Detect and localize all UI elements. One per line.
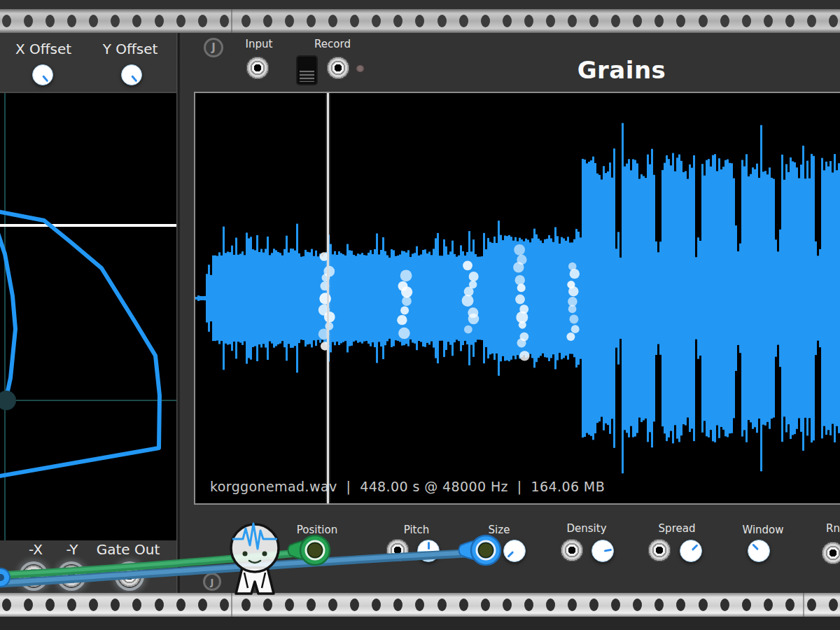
density-knob[interactable]: [592, 540, 614, 562]
rail-hole: [611, 15, 620, 27]
y-offset-knob[interactable]: [121, 64, 142, 85]
size-knob[interactable]: [503, 540, 526, 562]
input-jack[interactable]: [246, 56, 270, 80]
rail-hole: [633, 598, 642, 611]
rail-hole: [111, 598, 120, 611]
brand-badge-top: J: [204, 38, 223, 57]
rail-joint: [231, 9, 232, 33]
rail-hole: [481, 598, 490, 611]
rail-hole: [742, 598, 751, 611]
rail-hole: [2, 15, 11, 27]
rail-hole: [328, 598, 337, 611]
rail-hole: [546, 15, 555, 27]
rail-hole: [393, 598, 402, 611]
rail-hole: [589, 15, 598, 27]
rail-hole: [241, 15, 251, 27]
rail-hole: [285, 598, 294, 611]
neg-x-label: -X: [29, 541, 43, 558]
rail-hole: [568, 15, 577, 27]
rail-hole: [807, 598, 816, 611]
rail-hole: [220, 15, 229, 27]
rail-hole: [699, 15, 708, 27]
rail-hole: [785, 15, 794, 27]
rail-hole: [176, 598, 186, 611]
rnd-jack[interactable]: [821, 541, 840, 565]
size-jack[interactable]: [474, 538, 498, 562]
rail-hole: [633, 15, 642, 27]
rail-hole: [393, 15, 402, 27]
module-title: Grains: [578, 56, 666, 84]
rail-hole: [676, 598, 685, 611]
rail-hole: [155, 15, 164, 27]
input-label: Input: [246, 38, 273, 50]
rail-hole: [220, 598, 229, 611]
rail-hole: [764, 598, 773, 611]
rail-hole: [438, 15, 447, 27]
rail-hole: [372, 598, 381, 611]
rail-joint: [231, 593, 232, 617]
rail-hole: [654, 598, 664, 611]
rail-hole: [415, 598, 424, 611]
pitch-jack[interactable]: [386, 538, 410, 562]
rail-hole: [524, 598, 533, 611]
rail-hole: [198, 15, 207, 27]
rail-hole: [263, 15, 272, 27]
rack-rail-bottom: [0, 593, 840, 617]
rail-hole: [89, 15, 98, 27]
record-switch-handle: [300, 71, 314, 82]
rail-hole: [2, 598, 11, 611]
rail-hole: [132, 15, 141, 27]
rail-hole: [676, 15, 685, 27]
rail-hole: [438, 598, 447, 611]
rail-hole: [24, 15, 33, 27]
rnd-label: Rn: [826, 522, 840, 535]
x-offset-knob[interactable]: [32, 64, 53, 85]
record-jack[interactable]: [326, 56, 350, 80]
rail-hole: [67, 598, 76, 611]
pitch-label: Pitch: [404, 524, 430, 536]
rail-hole: [67, 15, 76, 27]
rail-hole: [829, 15, 838, 27]
record-led: [356, 64, 365, 73]
gate-out-jack[interactable]: [118, 564, 141, 588]
spread-jack[interactable]: [648, 538, 671, 562]
rail-hole: [807, 15, 816, 27]
rail-hole: [829, 598, 838, 611]
neg-x-output-jack[interactable]: [22, 564, 46, 588]
neg-y-output-jack[interactable]: [59, 564, 83, 588]
playhead-cursor[interactable]: [327, 93, 329, 503]
rail-hole: [459, 15, 468, 27]
rail-hole: [785, 598, 794, 611]
gate-out-label: Gate Out: [97, 541, 160, 558]
record-switch[interactable]: [296, 55, 318, 85]
size-label: Size: [489, 524, 510, 536]
pitch-knob[interactable]: [417, 540, 440, 562]
rail-hole: [524, 15, 533, 27]
rail-hole: [568, 598, 577, 611]
rail-hole: [198, 598, 207, 611]
rail-hole: [720, 15, 729, 27]
rail-hole: [764, 15, 773, 27]
rail-joint: [803, 593, 804, 617]
rail-hole: [263, 598, 272, 611]
x-offset-label: X Offset: [15, 41, 71, 57]
rail-hole: [24, 598, 33, 611]
rail-hole: [89, 598, 98, 611]
density-jack[interactable]: [560, 538, 584, 562]
position-label: Position: [297, 524, 337, 536]
rail-hole: [307, 15, 316, 27]
spread-knob[interactable]: [680, 540, 702, 562]
rail-hole: [654, 15, 664, 27]
rail-hole: [176, 15, 186, 27]
waveform-display[interactable]: korggonemad.wav | 448.00 s @ 48000 Hz | …: [194, 92, 840, 505]
y-offset-label: Y Offset: [103, 41, 158, 57]
rack-gap-bottom: [0, 617, 840, 630]
rail-hole: [720, 598, 729, 611]
rail-hole: [481, 15, 490, 27]
position-jack[interactable]: [303, 538, 327, 562]
rail-hole: [285, 15, 294, 27]
rail-hole: [350, 598, 359, 611]
rail-hole: [132, 598, 141, 611]
module-separator: [176, 33, 181, 593]
window-knob[interactable]: [748, 540, 770, 562]
